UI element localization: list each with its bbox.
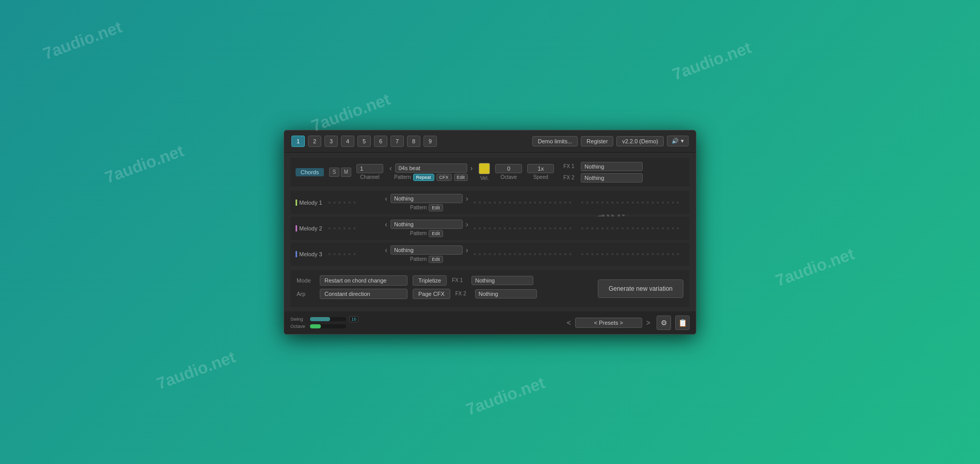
preset-bar: Swing 16 Octave < < Presets > > ⚙ — [284, 311, 696, 334]
melody-2-row: Melody 2 × × × × × × ‹ Nothing › Pattern… — [290, 217, 690, 240]
tab-2[interactable]: 2 — [308, 136, 321, 147]
bottom-left: Mode Restart on chord change Continue Tr… — [297, 275, 593, 302]
gear-button[interactable]: ⚙ — [657, 316, 671, 330]
melody-2-prev-arrow[interactable]: ‹ — [384, 220, 388, 228]
watermark-1: 7audio.net — [40, 18, 124, 63]
melody-3-label: Melody 3 — [296, 251, 324, 257]
melody-1-next-arrow[interactable]: › — [465, 194, 469, 203]
melody-1-edit-button[interactable]: Edit — [429, 204, 443, 211]
melody-3-edit-button[interactable]: Edit — [429, 256, 443, 263]
melody-2-edit-button[interactable]: Edit — [429, 230, 443, 237]
melodies-section: Melody 1 × × × × × × ‹ Nothing › Pattern… — [290, 191, 690, 266]
melody-2-pattern-group: ‹ Nothing › Pattern Edit — [384, 220, 469, 237]
melody-1-prev-arrow[interactable]: ‹ — [384, 194, 388, 203]
arp-select[interactable]: Constant direction Alternating — [320, 289, 407, 299]
chords-section: Chords S M 1234 5678 9101112 13141516 Ch… — [290, 158, 690, 187]
clipboard-icon: 📋 — [678, 319, 687, 327]
swing-fill — [310, 317, 330, 321]
register-button[interactable]: Register — [581, 136, 613, 146]
melody-1-pattern-select[interactable]: Nothing — [390, 194, 463, 203]
watermark-4: 7audio.net — [154, 347, 238, 393]
chords-pattern-select[interactable]: 04s beat — [395, 163, 467, 173]
preset-nav: < < Presets > > — [565, 318, 652, 328]
bottom-right: Generate new variation — [598, 275, 683, 302]
gear-icon: ⚙ — [661, 319, 667, 327]
generate-variation-button[interactable]: Generate new variation — [598, 279, 683, 298]
mode-select[interactable]: Restart on chord change Continue — [320, 275, 407, 286]
tab-4[interactable]: 4 — [341, 136, 354, 147]
solo-button[interactable]: S — [329, 168, 339, 177]
velocity-label: Vel. — [480, 175, 489, 181]
channel-group: 1234 5678 9101112 13141516 Channel — [356, 164, 383, 180]
tab-3[interactable]: 3 — [324, 136, 338, 147]
swing-label: Swing — [290, 317, 307, 322]
melody-3-dots-right: × × × × × × × × × × × × × × × × × × × × — [473, 252, 577, 257]
preset-prev-button[interactable]: < — [565, 319, 573, 327]
tab-5[interactable]: 5 — [357, 136, 371, 147]
melody-2-next-arrow[interactable]: › — [465, 220, 469, 228]
preset-select[interactable]: < Presets > — [575, 318, 642, 328]
speed-select[interactable]: 1x2x0.5x — [527, 164, 554, 173]
bottom-controls-wrapper: Mode Restart on chord change Continue Tr… — [297, 275, 683, 302]
swing-track[interactable] — [310, 317, 346, 321]
tab-9[interactable]: 9 — [423, 136, 437, 147]
speaker-button[interactable]: 🔊 ▾ — [667, 136, 689, 146]
pattern-prev-arrow[interactable]: ‹ — [388, 164, 393, 172]
watermark-7: 7audio.net — [463, 373, 547, 419]
mode-row: Mode Restart on chord change Continue Tr… — [297, 275, 593, 286]
pattern-next-arrow[interactable]: › — [469, 164, 474, 172]
demo-limits-button[interactable]: Demo limits... — [532, 136, 578, 146]
chords-edit-button[interactable]: Edit — [454, 174, 468, 181]
chords-fx2-select[interactable]: Nothing — [581, 173, 643, 183]
tab-8[interactable]: 8 — [407, 136, 420, 147]
chords-label: Chords — [296, 168, 324, 176]
swing-octave-group: Swing 16 Octave — [290, 316, 358, 329]
chords-pattern-group: ‹ 04s beat › Pattern Repeat CFX Edit — [388, 163, 473, 181]
melody-1-label: Melody 1 — [296, 200, 324, 206]
mute-button[interactable]: M — [341, 168, 351, 177]
melody-3-prev-arrow[interactable]: ‹ — [384, 246, 388, 254]
chords-fx1-select[interactable]: Nothing — [581, 162, 643, 171]
watermark-8: 7audio.net — [102, 141, 186, 187]
bottom-fx1-label: FX 1 — [452, 277, 466, 283]
main-content: Chords S M 1234 5678 9101112 13141516 Ch… — [284, 153, 696, 307]
bottom-fx1-select[interactable]: Nothing — [471, 276, 533, 285]
melody-2-dots-far: × × × × × × × × × × × × × × × × × × × × — [581, 226, 684, 231]
melody-3-dots-far: × × × × × × × × × × × × × × × × × × × × — [581, 252, 684, 257]
page-cfx-button[interactable]: Page CFX — [413, 289, 450, 299]
channel-select[interactable]: 1234 5678 9101112 13141516 — [356, 164, 383, 173]
tripletize-button[interactable]: Tripletize — [413, 275, 447, 286]
octave-select[interactable]: 0-11-22 — [495, 164, 522, 173]
melody-3-pattern-label: Pattern — [410, 256, 427, 262]
melody-1-dots-far: × × × × × × × × × × × × × × × × × × × × — [581, 200, 684, 205]
bottom-section: Mode Restart on chord change Continue Tr… — [290, 270, 690, 307]
swing-slider-row: Swing 16 — [290, 316, 358, 322]
preset-next-button[interactable]: > — [644, 319, 652, 327]
cfx-button[interactable]: CFX — [436, 174, 452, 181]
speaker-dropdown-arrow: ▾ — [681, 138, 684, 144]
melody-3-pattern-select[interactable]: Nothing — [390, 245, 463, 255]
melody-3-row: Melody 3 × × × × × × ‹ Nothing › Pattern… — [290, 242, 690, 266]
melody-2-pattern-select[interactable]: Nothing — [390, 220, 463, 229]
melody-3-next-arrow[interactable]: › — [465, 246, 469, 254]
velocity-color-picker[interactable] — [479, 163, 490, 174]
chords-fx2-label: FX 2 — [563, 175, 578, 180]
channel-label: Channel — [360, 174, 379, 180]
bottom-fx2-select[interactable]: Nothing — [475, 289, 537, 299]
repeat-button[interactable]: Repeat — [413, 174, 434, 181]
speed-group: 1x2x0.5x Speed — [527, 164, 554, 180]
tab-6[interactable]: 6 — [374, 136, 387, 147]
chords-fx1-row: FX 1 Nothing — [563, 162, 643, 171]
mode-label: Mode — [297, 277, 315, 284]
clipboard-button[interactable]: 📋 — [675, 316, 690, 330]
bottom-fx2-label: FX 2 — [455, 291, 470, 296]
top-bar: 1 2 3 4 5 6 7 8 9 Demo limits... Registe… — [284, 130, 696, 153]
octave-label: Octave — [501, 174, 517, 180]
tab-7[interactable]: 7 — [390, 136, 404, 147]
melody-1-dots-left: × × × × × × — [328, 200, 380, 205]
octave-fill — [310, 324, 321, 328]
tab-1[interactable]: 1 — [291, 136, 305, 147]
speed-label: Speed — [533, 174, 548, 180]
melody-2-dots-left: × × × × × × — [328, 226, 380, 231]
octave-track[interactable] — [310, 324, 346, 328]
